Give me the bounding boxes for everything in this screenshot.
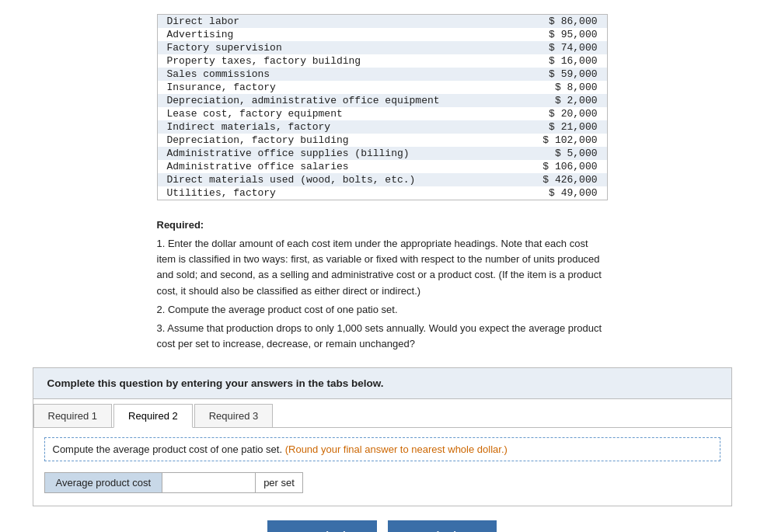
tabs-row: Required 1 Required 2 Required 3 (33, 399, 731, 428)
next-button[interactable]: Required 3 (388, 520, 497, 532)
avg-cost-unit: per set (256, 472, 303, 493)
cost-value: $ 21,000 (528, 121, 598, 133)
table-row: Advertising$ 95,000 (158, 28, 607, 41)
cost-value: $ 95,000 (528, 29, 598, 40)
table-row: Insurance, factory$ 8,000 (158, 81, 607, 94)
cost-label: Direct labor (167, 16, 528, 27)
cost-value: $ 106,000 (528, 161, 598, 172)
prev-button[interactable]: Required 1 (267, 520, 376, 532)
cost-label: Lease cost, factory equipment (167, 108, 528, 120)
complete-box: Complete this question by entering your … (33, 367, 732, 399)
cost-value: $ 2,000 (528, 95, 598, 106)
required-text-1: 1. Enter the dollar amount of each cost … (157, 236, 608, 299)
instruction-text-plain: Compute the average product cost of one … (53, 443, 285, 455)
cost-value: $ 59,000 (528, 68, 598, 80)
cost-value: $ 8,000 (528, 82, 598, 93)
tab-content: Compute the average product cost of one … (33, 428, 731, 506)
complete-box-text: Complete this question by entering your … (47, 377, 717, 389)
instruction-text-orange: (Round your final answer to nearest whol… (285, 443, 508, 455)
table-row: Depreciation, factory building$ 102,000 (158, 134, 607, 147)
cost-value: $ 16,000 (528, 55, 598, 67)
required-text-2: 2. Compute the average product cost of o… (157, 302, 608, 318)
cost-label: Depreciation, factory building (167, 134, 528, 146)
cost-label: Sales commissions (167, 68, 528, 80)
required-section: Required: 1. Enter the dollar amount of … (157, 217, 608, 352)
cost-label: Insurance, factory (167, 82, 528, 93)
table-row: Indirect materials, factory$ 21,000 (158, 120, 607, 134)
avg-cost-row: Average product cost per set (44, 472, 720, 493)
cost-label: Factory supervision (167, 42, 528, 54)
cost-label: Administrative office salaries (167, 161, 528, 172)
table-row: Utilities, factory$ 49,000 (158, 186, 607, 200)
avg-cost-input[interactable] (162, 472, 256, 493)
required-text-3: 3. Assume that production drops to only … (157, 321, 608, 352)
cost-value: $ 102,000 (528, 134, 598, 146)
cost-table: Direct labor$ 86,000Advertising$ 95,000F… (157, 14, 608, 200)
avg-cost-label: Average product cost (44, 472, 163, 493)
table-row: Sales commissions$ 59,000 (158, 68, 607, 81)
prev-button-label: Required 1 (298, 530, 354, 532)
tabs-container: Required 1 Required 2 Required 3 Compute… (33, 399, 732, 506)
required-label: Required: (157, 219, 204, 231)
cost-label: Administrative office supplies (billing) (167, 148, 528, 159)
table-row: Depreciation, administrative office equi… (158, 94, 607, 107)
nav-buttons: Required 1 Required 3 (0, 520, 764, 532)
cost-value: $ 5,000 (528, 148, 598, 159)
table-row: Lease cost, factory equipment$ 20,000 (158, 107, 607, 120)
table-row: Direct labor$ 86,000 (158, 15, 607, 28)
cost-label: Indirect materials, factory (167, 121, 528, 133)
cost-value: $ 74,000 (528, 42, 598, 54)
table-row: Factory supervision$ 74,000 (158, 41, 607, 54)
chevron-right-icon (470, 527, 475, 532)
cost-label: Direct materials used (wood, bolts, etc.… (167, 174, 528, 186)
cost-label: Utilities, factory (167, 187, 528, 199)
cost-value: $ 20,000 (528, 108, 598, 120)
tab-required-1[interactable]: Required 1 (33, 404, 113, 427)
table-row: Property taxes, factory building$ 16,000 (158, 54, 607, 68)
instruction-box: Compute the average product cost of one … (44, 437, 720, 461)
tab-required-2[interactable]: Required 2 (113, 404, 193, 428)
table-row: Administrative office supplies (billing)… (158, 147, 607, 160)
next-button-label: Required 3 (410, 530, 466, 532)
cost-value: $ 49,000 (528, 187, 598, 199)
table-row: Direct materials used (wood, bolts, etc.… (158, 173, 607, 186)
cost-value: $ 426,000 (528, 174, 598, 186)
cost-label: Property taxes, factory building (167, 55, 528, 67)
cost-label: Advertising (167, 29, 528, 40)
chevron-left-icon (289, 527, 294, 532)
tab-required-3[interactable]: Required 3 (194, 404, 274, 427)
table-row: Administrative office salaries$ 106,000 (158, 160, 607, 173)
cost-value: $ 86,000 (528, 16, 598, 27)
cost-label: Depreciation, administrative office equi… (167, 95, 528, 106)
